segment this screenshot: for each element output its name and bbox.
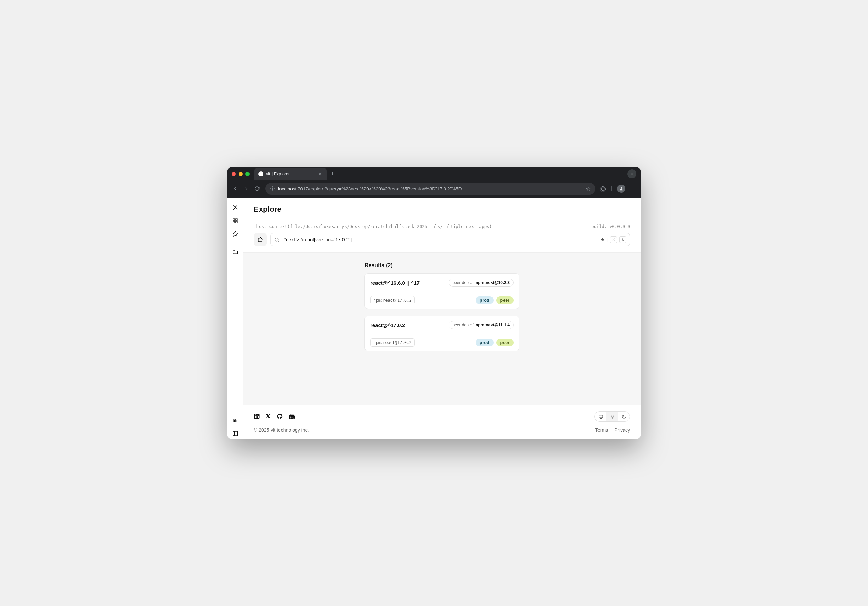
minimize-window-icon[interactable] <box>239 172 243 176</box>
extensions-icon[interactable] <box>600 186 606 192</box>
result-title: react@^17.0.2 <box>370 322 405 328</box>
svg-point-19 <box>612 416 613 418</box>
tab-title: vlt | Explorer <box>266 171 316 176</box>
panel-icon[interactable] <box>230 428 241 439</box>
svg-marker-5 <box>232 232 238 236</box>
new-tab-button[interactable]: + <box>331 171 335 178</box>
tag-peer: peer <box>496 297 513 304</box>
tab-bar: vlt | Explorer ✕ + <box>228 167 640 181</box>
svg-rect-2 <box>236 219 237 221</box>
app-content: Explore :host-context(file:/Users/lukeka… <box>228 198 640 439</box>
tag-prod: prod <box>476 297 493 304</box>
svg-rect-3 <box>233 221 235 223</box>
browser-menu-icon[interactable]: ⋮ <box>630 186 636 192</box>
result-card[interactable]: react@^17.0.2 peer dep of: npm:next@11.1… <box>364 316 519 351</box>
theme-system-icon[interactable] <box>595 412 606 421</box>
home-button[interactable] <box>254 233 267 246</box>
profile-avatar-icon[interactable] <box>617 185 625 193</box>
library-icon[interactable] <box>230 415 241 426</box>
social-links <box>254 413 295 420</box>
terms-link[interactable]: Terms <box>595 427 608 433</box>
copyright-text: © 2025 vlt technology inc. <box>254 427 309 433</box>
package-spec-badge: npm:react@17.0.2 <box>370 296 415 305</box>
url-text: localhost:7017/explore?query=%23next%20>… <box>278 186 582 191</box>
svg-rect-4 <box>236 221 237 223</box>
dashboard-icon[interactable] <box>230 215 241 226</box>
tag-list: prod peer <box>476 339 513 347</box>
linkedin-icon[interactable] <box>254 413 260 420</box>
page-title: Explore <box>254 205 630 214</box>
svg-line-26 <box>611 418 611 418</box>
svg-point-12 <box>275 238 279 241</box>
svg-point-16 <box>255 414 256 415</box>
back-button[interactable] <box>232 186 239 192</box>
build-version-text: build: v0.0.0-0 <box>591 224 630 229</box>
favorite-star-icon[interactable]: ★ <box>600 236 605 243</box>
maximize-window-icon[interactable] <box>245 172 250 176</box>
result-title: react@^16.6.0 || ^17 <box>370 280 420 286</box>
kbd-k: k <box>619 236 626 243</box>
svg-line-13 <box>278 241 279 242</box>
tag-list: prod peer <box>476 297 513 304</box>
search-box[interactable]: ★ | ⌘ k <box>270 233 630 246</box>
x-twitter-icon[interactable] <box>265 413 271 420</box>
peer-dep-badge: peer dep of: npm:next@10.2.3 <box>449 278 513 287</box>
window-controls <box>232 172 250 176</box>
divider: | <box>611 186 612 192</box>
package-spec-badge: npm:react@17.0.2 <box>370 339 415 347</box>
logo-icon[interactable] <box>230 202 241 213</box>
tab-list-button[interactable] <box>628 169 636 178</box>
search-shortcuts: ★ | ⌘ k <box>600 236 626 243</box>
browser-window: vlt | Explorer ✕ + ⓘ localhost:7017/expl… <box>228 167 640 439</box>
results-title: Results (2) <box>364 263 519 269</box>
svg-rect-15 <box>255 416 256 418</box>
kbd-cmd: ⌘ <box>610 236 617 243</box>
browser-tab[interactable]: vlt | Explorer ✕ <box>254 168 327 180</box>
host-context-text: :host-context(file:/Users/lukekarrys/Des… <box>254 224 492 229</box>
tag-prod: prod <box>476 339 493 347</box>
privacy-link[interactable]: Privacy <box>614 427 630 433</box>
separator: | <box>607 237 608 242</box>
search-row: ★ | ⌘ k <box>243 229 640 253</box>
svg-point-0 <box>620 187 622 189</box>
tag-peer: peer <box>496 339 513 347</box>
svg-rect-10 <box>233 432 238 435</box>
svg-line-23 <box>614 418 614 418</box>
close-window-icon[interactable] <box>232 172 236 176</box>
sidebar <box>228 198 243 439</box>
theme-dark-icon[interactable] <box>618 412 630 421</box>
tab-close-icon[interactable]: ✕ <box>318 171 322 177</box>
context-bar: :host-context(file:/Users/lukekarrys/Des… <box>243 219 640 229</box>
search-icon <box>274 237 280 243</box>
svg-rect-17 <box>598 415 602 418</box>
reload-button[interactable] <box>254 186 260 191</box>
main-panel: Explore :host-context(file:/Users/lukeka… <box>243 198 640 439</box>
search-input[interactable] <box>283 237 597 242</box>
svg-line-27 <box>614 415 614 416</box>
discord-icon[interactable] <box>288 413 295 420</box>
tab-favicon-icon <box>259 171 263 176</box>
github-icon[interactable] <box>277 413 283 420</box>
site-info-icon[interactable]: ⓘ <box>270 186 274 192</box>
forward-button[interactable] <box>243 186 250 192</box>
footer: © 2025 vlt technology inc. Terms Privacy <box>243 405 640 439</box>
url-input[interactable]: ⓘ localhost:7017/explore?query=%23next%2… <box>265 183 595 194</box>
results-area: Results (2) react@^16.6.0 || ^17 peer de… <box>243 253 640 405</box>
bookmark-star-icon[interactable]: ☆ <box>586 186 591 192</box>
svg-rect-1 <box>233 219 235 221</box>
result-card[interactable]: react@^16.6.0 || ^17 peer dep of: npm:ne… <box>364 273 519 309</box>
footer-links: Terms Privacy <box>595 427 630 433</box>
star-icon[interactable] <box>230 228 241 239</box>
theme-light-icon[interactable] <box>606 412 618 421</box>
svg-line-22 <box>611 415 611 416</box>
folder-icon[interactable] <box>230 247 241 258</box>
address-bar: ⓘ localhost:7017/explore?query=%23next%2… <box>228 181 640 198</box>
peer-dep-badge: peer dep of: npm:next@11.1.4 <box>449 321 513 329</box>
page-header: Explore <box>243 198 640 219</box>
browser-chrome: vlt | Explorer ✕ + ⓘ localhost:7017/expl… <box>228 167 640 198</box>
theme-toggle[interactable] <box>594 412 630 422</box>
